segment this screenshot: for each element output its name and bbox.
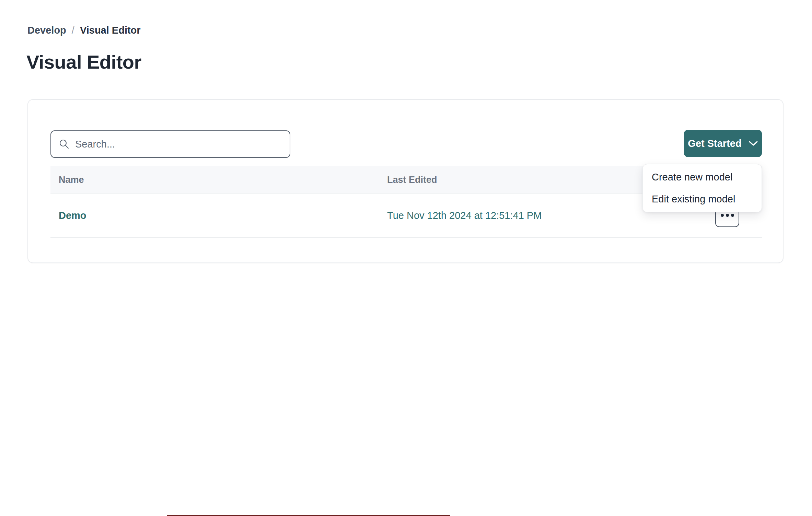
get-started-label: Get Started [688,138,741,149]
model-name-link[interactable]: Demo [59,210,86,221]
search-box[interactable] [50,130,290,158]
page-title: Visual Editor [26,51,141,73]
ellipsis-icon [721,214,734,217]
breadcrumb-visual-editor[interactable]: Visual Editor [80,25,141,36]
breadcrumb-separator: / [72,25,74,36]
column-header-last-edited: Last Edited [387,174,437,185]
search-input[interactable] [75,131,290,157]
search-icon [59,139,70,150]
column-header-name: Name [59,174,84,185]
visual-editor-page: Develop / Visual Editor Visual Editor Ge… [0,0,812,516]
menu-item-create-new-model[interactable]: Create new model [643,166,762,188]
menu-item-edit-existing-model[interactable]: Edit existing model [643,188,762,210]
get-started-dropdown: Create new model Edit existing model [642,164,762,212]
breadcrumb-develop[interactable]: Develop [27,25,66,36]
breadcrumb: Develop / Visual Editor [27,25,141,36]
get-started-button[interactable]: Get Started [684,130,762,157]
chevron-down-icon [749,140,758,146]
last-edited-value: Tue Nov 12th 2024 at 12:51:41 PM [387,210,542,221]
